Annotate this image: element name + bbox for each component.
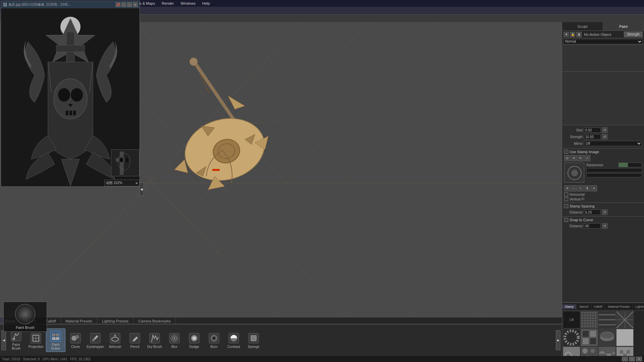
- horizontal-label: Horizontal: [570, 193, 585, 196]
- stamp-refresh-btn[interactable]: ↺: [564, 185, 570, 191]
- stencil-thumb-4[interactable]: [563, 329, 580, 346]
- stencil-tab-lighting[interactable]: Lighting Presets: [633, 304, 644, 309]
- brush-tool-projection[interactable]: Projection: [26, 328, 46, 352]
- stencil-thumb-9[interactable]: [581, 347, 598, 356]
- stamp-checkbox[interactable]: ✓: [564, 150, 568, 154]
- panel-tab-sculpt[interactable]: Sculpt: [562, 22, 603, 31]
- btab-camera-bookmarks[interactable]: Camera Bookmarks: [133, 317, 176, 324]
- brush-tool-paint-erase[interactable]: Paint Erase: [46, 328, 65, 352]
- stencil-thumb-5[interactable]: [581, 329, 598, 346]
- ref-image-window: 🖼 遁具.jpg (602×1200像素, 222KB) - 2345... 📌…: [1, 1, 140, 187]
- strength-reset-btn[interactable]: ↺: [602, 134, 607, 139]
- brush-tool-blur[interactable]: Blur: [165, 328, 184, 352]
- snap-checkbox[interactable]: ✓: [564, 218, 568, 222]
- size-input[interactable]: [584, 127, 601, 133]
- svg-rect-36: [111, 150, 140, 176]
- app-minimize-btn[interactable]: ─: [622, 357, 628, 361]
- horizontal-checkbox[interactable]: [564, 192, 568, 196]
- stencil-tab-stencil[interactable]: Stencil: [577, 304, 591, 309]
- brush-tool-clone[interactable]: Clone: [66, 328, 85, 352]
- size-reset-btn[interactable]: ↺: [602, 127, 607, 133]
- svg-rect-52: [11, 331, 21, 341]
- strength-input[interactable]: [584, 134, 601, 139]
- stencil-tab-material[interactable]: Material Presets: [605, 304, 633, 309]
- stencil-tab-stamp[interactable]: Stamp: [562, 304, 577, 309]
- btab-material-presets[interactable]: Material Presets: [61, 317, 97, 324]
- brush-tool-burn[interactable]: Burn: [204, 328, 224, 352]
- obj-lock-btn[interactable]: 🔒: [570, 32, 575, 37]
- snap-distance-input[interactable]: [584, 223, 601, 229]
- svg-point-93: [254, 339, 256, 340]
- sponge-label: Sponge: [248, 345, 259, 349]
- blur-label: Blur: [171, 345, 177, 349]
- stamp-icon-4[interactable]: ⤢: [584, 155, 590, 161]
- dodge-icon: [188, 332, 200, 344]
- blend-mode-select[interactable]: Normal: [564, 39, 643, 44]
- stencil-tab-falloff[interactable]: Falloff: [591, 304, 605, 309]
- stencil-thumb-11[interactable]: [616, 347, 634, 356]
- btab-lighting-presets[interactable]: Lighting Presets: [97, 317, 133, 324]
- stencil-thumb-8[interactable]: [563, 347, 580, 356]
- stamp-icon-3[interactable]: ↻: [578, 155, 584, 161]
- brush-tool-sponge[interactable]: Sponge: [244, 328, 263, 352]
- svg-point-72: [116, 336, 117, 337]
- zoom-close-btn[interactable]: ✕: [135, 181, 138, 185]
- obj-trash-btn[interactable]: 🗑: [576, 32, 582, 37]
- spacing-reset-btn[interactable]: ↺: [602, 209, 607, 215]
- stencil-thumb-10[interactable]: [598, 347, 616, 356]
- brush-tool-dry-brush[interactable]: Dry Brush: [145, 328, 164, 352]
- ref-window-titlebar[interactable]: 🖼 遁具.jpg (602×1200像素, 222KB) - 2345... 📌…: [1, 1, 140, 8]
- airbrush-icon: [109, 332, 121, 344]
- stencil-thumb-3[interactable]: [616, 311, 634, 328]
- brush-nav-next[interactable]: ▶: [556, 330, 560, 350]
- panel-tab-paint[interactable]: Paint: [603, 22, 644, 31]
- snap-reset-btn[interactable]: ↺: [602, 223, 607, 229]
- stamp-fit-btn[interactable]: ⤡: [578, 185, 584, 191]
- brush-tool-pencil[interactable]: Pencil: [125, 328, 145, 352]
- status-bar: Total: 15016 Selected: 0 GPU Mem: 1441 F…: [0, 356, 644, 362]
- spacing-checkbox[interactable]: ✓: [564, 204, 568, 208]
- viewport-nav-left[interactable]: ◀: [139, 182, 144, 196]
- ref-window-close-btn[interactable]: ✕: [133, 2, 138, 7]
- 3d-model: [141, 56, 325, 206]
- stencil-thumb-7[interactable]: [616, 329, 634, 346]
- brush-tool-paint-brush[interactable]: Paint Brush: [6, 328, 26, 352]
- stamp-flip-h-btn[interactable]: ↔: [571, 185, 577, 191]
- brush-tool-airbrush[interactable]: Airbrush: [105, 328, 125, 352]
- stencil-thumb-1[interactable]: [581, 311, 598, 328]
- stamp-icons-row: ⊡ ↺ ↻ ⤢: [564, 155, 642, 161]
- brush-tool-eyedropper[interactable]: Eyedropper: [86, 328, 105, 352]
- svg-point-31: [58, 88, 70, 102]
- brush-tool-contrast[interactable]: Contrast: [224, 328, 244, 352]
- menu-windows[interactable]: Windows: [179, 1, 197, 6]
- svg-point-120: [582, 348, 588, 354]
- ref-window-pin-btn[interactable]: 📌: [116, 2, 120, 7]
- stencil-thumb-6[interactable]: [598, 329, 616, 346]
- svg-marker-16: [228, 96, 245, 109]
- stamp-upload-btn[interactable]: ⬆: [584, 185, 590, 191]
- mirror-select[interactable]: Off X Y Z: [584, 141, 642, 146]
- app-restore-btn[interactable]: □: [629, 357, 635, 361]
- stamp-icon-1[interactable]: ⊡: [564, 155, 570, 161]
- ref-window-controls: 📌 ─ □ ✕: [116, 2, 138, 7]
- app-close-btn[interactable]: ✕: [636, 357, 642, 361]
- brush-nav-prev[interactable]: ◀: [1, 330, 6, 350]
- menu-render[interactable]: Render: [160, 1, 175, 6]
- brush-tool-dodge[interactable]: Dodge: [184, 328, 204, 352]
- ref-window-restore-btn[interactable]: □: [127, 2, 132, 7]
- ref-window-minimize-btn[interactable]: ─: [121, 2, 126, 7]
- strength-button[interactable]: Strength: [624, 32, 643, 37]
- menu-help[interactable]: Help: [201, 1, 211, 6]
- ref-image-area: 缩图 152% ✕: [1, 8, 140, 186]
- vertical-fl-checkbox[interactable]: [564, 197, 568, 201]
- obj-eye-btn[interactable]: 👁: [564, 32, 569, 37]
- stencil-thumb-2[interactable]: [598, 311, 616, 328]
- eyedropper-label: Eyedropper: [87, 345, 104, 349]
- stamp-delete-btn[interactable]: ✕: [591, 185, 597, 191]
- svg-point-11: [190, 58, 198, 66]
- stamp-image-preview[interactable]: [564, 163, 584, 183]
- stencil-thumb-off[interactable]: Off: [563, 311, 580, 328]
- spacing-distance-input[interactable]: [584, 209, 601, 215]
- strength-control-row: Strength ↺: [564, 134, 642, 139]
- stamp-icon-2[interactable]: ↺: [571, 155, 577, 161]
